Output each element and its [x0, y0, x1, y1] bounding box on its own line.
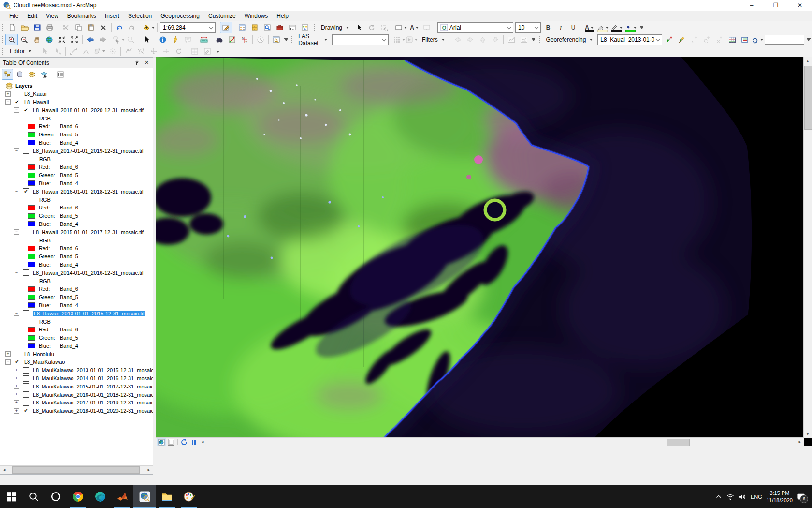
list-by-drawing-order-button[interactable] — [2, 69, 13, 80]
rotate-element-button[interactable] — [365, 22, 378, 33]
fixed-zoom-out-button[interactable] — [68, 34, 81, 45]
map-canvas[interactable] — [156, 57, 804, 438]
menu-geoprocessing[interactable]: Geoprocessing — [156, 12, 204, 20]
visibility-checkbox[interactable] — [23, 375, 29, 382]
toc-horizontal-scrollbar[interactable]: ◄ ► — [0, 465, 153, 474]
scrollbar-thumb[interactable] — [12, 466, 140, 474]
identify-tool[interactable] — [157, 34, 169, 45]
rgb-row[interactable]: RGB — [0, 114, 153, 122]
zoom-to-selected-button[interactable] — [378, 22, 391, 33]
view-link-table-button[interactable] — [726, 34, 739, 45]
scroll-up-icon[interactable]: ▲ — [804, 57, 812, 65]
point-snap-tool[interactable] — [106, 45, 119, 57]
delete-button[interactable] — [97, 22, 110, 33]
visibility-checkbox[interactable] — [14, 91, 20, 97]
scale-combo[interactable]: 1:69,284 — [160, 22, 216, 33]
band-row[interactable]: Green:Band_5 — [0, 334, 153, 342]
collapse-icon[interactable]: − — [14, 311, 19, 316]
editor-toolbar-toggle[interactable] — [220, 22, 232, 33]
rgb-row[interactable]: RGB — [0, 195, 153, 204]
expand-icon[interactable]: + — [14, 376, 19, 381]
expand-icon[interactable]: + — [14, 400, 19, 405]
copy-button[interactable] — [72, 22, 85, 33]
toc-root-layers[interactable]: Layers — [0, 82, 153, 90]
layer-row[interactable]: −L8_Hawaii_2013-01-01_2015-12-31_mosaic.… — [0, 309, 153, 317]
back-extent-button[interactable] — [84, 34, 97, 45]
georeferencing-layer-combo[interactable]: L8_Kauai_2013-01-01_2015-12-3 — [597, 34, 662, 45]
layer-row[interactable]: −L8_Hawaii_2016-01-01_2018-12-31_mosaic.… — [0, 187, 153, 195]
zoom-in-tool[interactable] — [5, 34, 18, 45]
band-row[interactable]: Red:Band_6 — [0, 204, 153, 212]
layer-name[interactable]: L8_Honolulu — [24, 351, 54, 357]
scroll-down-icon[interactable]: ▼ — [804, 430, 812, 438]
rgb-row[interactable]: RGB — [0, 277, 153, 285]
menu-view[interactable]: View — [42, 12, 63, 20]
collapse-icon[interactable]: − — [14, 270, 19, 275]
layer-name[interactable]: L8_Hawaii_2018-01-01_2020-12-31_mosaic.t… — [33, 107, 144, 113]
list-by-visibility-button[interactable] — [26, 69, 37, 80]
visibility-checkbox[interactable] — [23, 107, 29, 113]
band-row[interactable]: Red:Band_6 — [0, 285, 153, 293]
collapse-icon[interactable]: − — [5, 99, 11, 105]
toolbar-grip[interactable] — [2, 24, 4, 31]
collapse-icon[interactable]: − — [14, 148, 19, 153]
tray-clock[interactable]: 3:15 PM 11/18/2020 — [767, 490, 793, 504]
fixed-zoom-in-button[interactable] — [56, 34, 68, 45]
band-row[interactable]: Blue:Band_4 — [0, 261, 153, 269]
las-next-button[interactable] — [464, 34, 477, 45]
rgb-row[interactable]: RGB — [0, 155, 153, 163]
layer-row[interactable]: +L8_MauiKalawao_2013-01-01_2015-12-31_mo… — [0, 366, 153, 374]
expand-icon[interactable]: + — [14, 408, 19, 414]
band-row[interactable]: Green:Band_5 — [0, 293, 153, 301]
las-prev-button[interactable] — [451, 34, 464, 45]
close-button[interactable]: ✕ — [788, 0, 812, 11]
collapse-icon[interactable]: − — [14, 229, 19, 235]
start-button[interactable] — [0, 485, 22, 508]
taskbar-search-button[interactable] — [22, 485, 44, 508]
scroll-right-icon[interactable]: ► — [145, 466, 153, 474]
band-row[interactable]: Green:Band_5 — [0, 212, 153, 220]
band-row[interactable]: Green:Band_5 — [0, 171, 153, 179]
find-route-button[interactable] — [226, 34, 238, 45]
cut-polygons-tool[interactable] — [135, 45, 147, 57]
band-row[interactable]: Blue:Band_4 — [0, 139, 153, 147]
layer-name[interactable]: Layers — [15, 83, 32, 89]
layer-row[interactable]: +L8_MauiKalawao_2018-01-01_2020-12-31_mo… — [0, 407, 153, 415]
save-button[interactable] — [31, 22, 44, 33]
expand-icon[interactable]: + — [14, 384, 19, 389]
combo-dropdown-icon[interactable] — [207, 23, 215, 32]
menu-customize[interactable]: Customize — [204, 12, 240, 20]
rotate-map-tool[interactable] — [751, 34, 764, 45]
toolbar-overflow-button[interactable] — [806, 35, 811, 45]
delete-link-tool[interactable] — [713, 34, 726, 45]
visibility-checkbox[interactable] — [23, 400, 29, 406]
filters-menu[interactable]: Filters — [418, 35, 449, 45]
action-center-icon[interactable]: 6 — [797, 493, 805, 501]
line-color-button[interactable] — [609, 22, 624, 33]
layer-name[interactable]: L8_MauiKalawao_2015-01-01_2017-12-31_mos… — [33, 384, 153, 389]
catalog-window-button[interactable] — [248, 22, 261, 33]
add-data-button[interactable] — [142, 22, 156, 33]
edit-vertices-button[interactable] — [420, 22, 433, 33]
scrollbar-thumb[interactable] — [667, 439, 690, 446]
taskbar-cortana-button[interactable] — [44, 485, 67, 508]
split-tool[interactable] — [160, 45, 173, 57]
language-indicator[interactable]: ENG — [751, 494, 762, 500]
taskbar-matlab-button[interactable] — [111, 485, 133, 508]
layout-view-button[interactable] — [166, 438, 176, 446]
html-popup-tool[interactable] — [182, 34, 194, 45]
las-profile-play-button[interactable] — [406, 34, 418, 45]
menu-bookmarks[interactable]: Bookmarks — [63, 12, 101, 20]
menu-selection[interactable]: Selection — [124, 12, 156, 20]
band-row[interactable]: Red:Band_6 — [0, 122, 153, 131]
toolbar-grip[interactable] — [291, 36, 292, 44]
menu-help[interactable]: Help — [272, 12, 293, 20]
layer-name[interactable]: L8_Hawaii — [24, 99, 49, 105]
combo-dropdown-icon[interactable] — [654, 35, 662, 45]
edit-annotation-tool[interactable]: A — [51, 45, 64, 57]
fill-color-button[interactable] — [595, 22, 609, 33]
taskbar-paint-button[interactable] — [178, 485, 200, 508]
text-tool-button[interactable]: A — [408, 22, 420, 33]
go-to-xy-button[interactable]: XY — [238, 34, 251, 45]
undo-button[interactable] — [113, 22, 126, 33]
